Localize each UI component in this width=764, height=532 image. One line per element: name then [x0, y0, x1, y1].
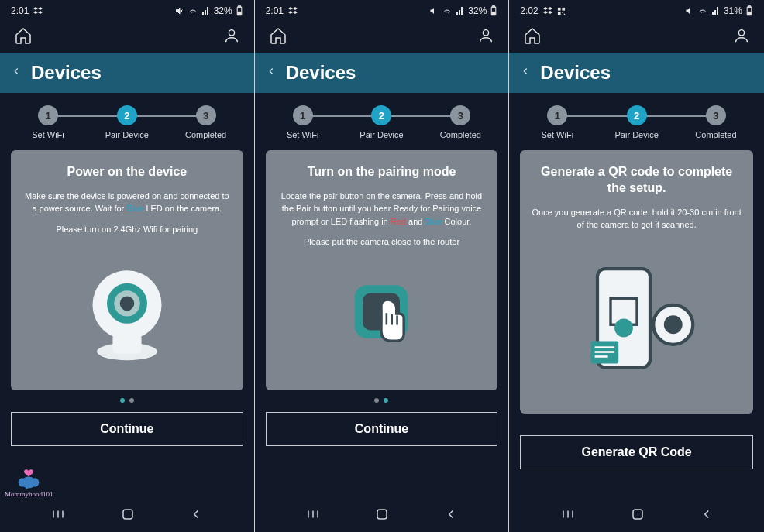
step-circle: 2 [627, 105, 647, 125]
svg-point-29 [738, 30, 744, 36]
signal-icon [456, 6, 465, 15]
step-2: 2 Pair Device [96, 105, 158, 139]
phone-screen-1: 2:01 32% [0, 0, 255, 532]
stepper: 1 Set WiFi 2 Pair Device 3 Completed [255, 93, 509, 150]
signal-icon [201, 6, 211, 15]
card-body: Locate the pair button on the camera. Pr… [277, 190, 487, 228]
step-2: 2 Pair Device [350, 105, 412, 139]
recents-icon[interactable] [560, 507, 576, 524]
svg-point-3 [229, 30, 234, 36]
svg-rect-16 [492, 12, 495, 15]
top-nav [0, 22, 254, 53]
mute-icon [685, 6, 694, 15]
svg-rect-24 [562, 12, 563, 12]
profile-icon[interactable] [477, 27, 494, 47]
status-time: 2:02 [520, 5, 538, 16]
android-nav [0, 499, 254, 532]
dot[interactable] [374, 398, 379, 403]
status-time: 2:01 [266, 5, 284, 16]
svg-rect-28 [748, 12, 751, 15]
battery-icon [236, 5, 243, 16]
status-time: 2:01 [11, 5, 29, 16]
svg-point-34 [614, 319, 633, 338]
title-bar: Devices [0, 53, 254, 93]
card-title: Power on the device [67, 164, 187, 180]
status-bar: 2:01 32% [255, 0, 509, 22]
status-bar: 2:01 32% [0, 0, 254, 22]
svg-rect-39 [633, 510, 642, 519]
dropbox-icon [288, 6, 298, 15]
step-3: 3 Completed [175, 105, 237, 139]
generate-qr-button[interactable]: Generate QR Code [520, 435, 753, 469]
svg-rect-23 [558, 12, 561, 15]
status-battery: 31% [724, 5, 742, 16]
home-icon[interactable] [523, 26, 542, 48]
profile-icon[interactable] [223, 27, 240, 47]
dot[interactable] [120, 398, 125, 403]
step-label: Completed [185, 130, 226, 139]
svg-point-11 [19, 478, 26, 487]
page-title: Devices [286, 62, 356, 84]
card-body: Once you generate a QR code, hold it 20-… [531, 206, 742, 232]
home-nav-icon[interactable] [375, 507, 389, 524]
svg-rect-36 [594, 347, 614, 349]
top-nav [255, 22, 509, 53]
carousel-dots [0, 390, 254, 409]
home-icon[interactable] [269, 26, 287, 48]
svg-rect-22 [562, 7, 565, 10]
step-3: 3 Completed [429, 105, 491, 139]
step-label: Set WiFi [542, 130, 574, 139]
wifi-icon [188, 6, 198, 15]
back-nav-icon[interactable] [189, 507, 203, 524]
step-1: 1 Set WiFi [272, 105, 334, 139]
continue-button[interactable]: Continue [266, 412, 498, 446]
android-nav [509, 499, 764, 532]
home-icon[interactable] [14, 26, 33, 48]
home-nav-icon[interactable] [631, 507, 645, 524]
svg-rect-25 [563, 13, 564, 14]
step-label: Completed [440, 130, 481, 139]
home-nav-icon[interactable] [121, 507, 135, 524]
back-nav-icon[interactable] [444, 507, 458, 524]
back-nav-icon[interactable] [700, 507, 714, 524]
dropbox-icon [543, 6, 552, 15]
top-nav [509, 22, 764, 53]
svg-rect-38 [594, 355, 607, 358]
battery-icon [490, 5, 497, 16]
pair-button-illustration [277, 256, 487, 381]
step-label: Set WiFi [32, 130, 64, 139]
page-title: Devices [31, 62, 102, 84]
step-3: 3 Completed [685, 105, 747, 139]
step-circle: 1 [547, 105, 567, 125]
step-label: Pair Device [360, 130, 403, 139]
dot[interactable] [384, 398, 388, 403]
back-icon[interactable] [520, 63, 531, 83]
svg-rect-21 [558, 7, 561, 10]
back-icon[interactable] [266, 63, 277, 83]
continue-button[interactable]: Continue [11, 412, 243, 446]
card-body-2: Please turn on 2.4Ghz Wifi for pairing [56, 223, 198, 236]
step-label: Completed [695, 130, 736, 139]
step-circle: 3 [196, 105, 216, 125]
dot[interactable] [129, 398, 134, 403]
instruction-card[interactable]: Power on the device Make sure the device… [11, 150, 243, 390]
card-body-2: Please put the camera close to the route… [304, 235, 459, 249]
svg-rect-15 [493, 6, 495, 7]
dropbox-icon [33, 6, 43, 15]
recents-icon[interactable] [50, 507, 66, 524]
android-nav [255, 499, 509, 532]
phone-screen-3: 2:02 31% Devices 1 Set WiFi [509, 0, 764, 532]
svg-point-17 [484, 30, 489, 36]
recents-icon[interactable] [305, 507, 321, 524]
profile-icon[interactable] [733, 27, 750, 47]
svg-rect-2 [238, 12, 241, 15]
status-battery: 32% [468, 5, 487, 16]
qr-icon [557, 7, 566, 15]
svg-point-12 [32, 478, 40, 487]
step-circle: 1 [293, 105, 313, 125]
svg-point-9 [120, 297, 135, 311]
stepper: 1 Set WiFi 2 Pair Device 3 Completed [509, 93, 764, 150]
instruction-card[interactable]: Turn on the pairing mode Locate the pair… [266, 150, 498, 390]
back-icon[interactable] [11, 63, 22, 83]
wifi-icon [697, 6, 708, 15]
